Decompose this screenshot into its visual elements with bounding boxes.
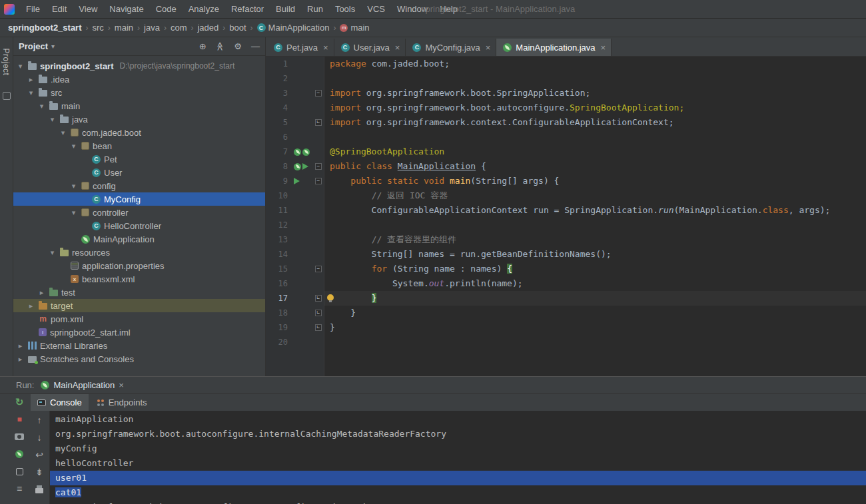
- line-number[interactable]: 2: [266, 71, 292, 86]
- breadcrumb-boot[interactable]: boot: [228, 23, 247, 33]
- chevron-down-icon[interactable]: ▾: [27, 89, 35, 97]
- breadcrumb-main[interactable]: mmain: [338, 23, 370, 33]
- chevron-down-icon[interactable]: ▾: [69, 208, 78, 217]
- code-line-20[interactable]: 20: [266, 335, 866, 350]
- fold-start-icon[interactable]: −: [315, 90, 322, 97]
- tree-item-target[interactable]: ▸target: [13, 299, 265, 312]
- tree-item-springboot2-start-iml[interactable]: Ispringboot2_start.iml: [13, 326, 265, 339]
- breadcrumb-com[interactable]: com: [169, 23, 189, 33]
- code-line-6[interactable]: 6: [266, 130, 866, 144]
- code-line-10[interactable]: 10 // 返回 IOC 容器: [266, 188, 866, 203]
- chevron-right-icon[interactable]: ▸: [16, 342, 25, 350]
- tree-item-main[interactable]: ▾main: [13, 99, 265, 113]
- chevron-down-icon[interactable]: ▾: [37, 102, 46, 111]
- line-number[interactable]: 7: [266, 144, 292, 159]
- layout-button[interactable]: [14, 466, 25, 477]
- menu-tools[interactable]: Tools: [329, 0, 361, 18]
- line-number[interactable]: 12: [266, 218, 292, 232]
- spring-bean-gutter-icon[interactable]: [302, 148, 310, 156]
- close-icon[interactable]: ×: [323, 43, 328, 53]
- tree-item-com-jaded-boot[interactable]: ▾com.jaded.boot: [13, 126, 265, 139]
- menu-navigate[interactable]: Navigate: [103, 0, 149, 18]
- code-line-11[interactable]: 11 ConfigurableApplicationContext run = …: [266, 203, 866, 218]
- collapse-all-icon[interactable]: ≪: [215, 42, 225, 51]
- close-icon[interactable]: ×: [395, 43, 400, 53]
- chevron-down-icon[interactable]: ▾: [16, 62, 25, 71]
- tree-item-springboot2-start[interactable]: ▾springboot2_startD:\project\java\spring…: [13, 59, 265, 73]
- line-number[interactable]: 19: [266, 320, 292, 335]
- soft-wrap-button[interactable]: ↩: [34, 449, 45, 460]
- locate-icon[interactable]: ⊕: [199, 41, 207, 51]
- line-number[interactable]: 10: [266, 188, 292, 203]
- code-line-15[interactable]: 15− for (String name : names) {: [266, 262, 866, 276]
- line-number[interactable]: 4: [266, 101, 292, 115]
- chevron-down-icon[interactable]: ▾: [59, 128, 67, 137]
- breadcrumb-mainapplication[interactable]: CMainApplication: [256, 23, 331, 33]
- fold-start-icon[interactable]: −: [315, 266, 322, 272]
- rerun-button[interactable]: ↻: [14, 397, 25, 407]
- tree-item-config[interactable]: ▾config: [13, 179, 265, 192]
- menu-run[interactable]: Run: [301, 0, 329, 18]
- chevron-down-icon[interactable]: ▾: [69, 142, 78, 150]
- code-line-18[interactable]: 18∟ }: [266, 306, 866, 320]
- breadcrumb-src[interactable]: src: [91, 23, 105, 33]
- editor-tab-mainapplication-java[interactable]: MainApplication.java×: [496, 39, 612, 56]
- chevron-down-icon[interactable]: ▾: [51, 43, 55, 50]
- line-number[interactable]: 8: [266, 159, 292, 174]
- menu-refactor[interactable]: Refactor: [225, 0, 270, 18]
- chevron-right-icon[interactable]: ▸: [27, 75, 35, 84]
- tree-item-pet[interactable]: CPet: [13, 152, 265, 166]
- thread-dump-button[interactable]: [14, 431, 25, 442]
- code-line-7[interactable]: 7@SpringBootApplication: [266, 144, 866, 159]
- code-line-17[interactable]: 17∟ }: [266, 291, 866, 306]
- menu-file[interactable]: File: [20, 0, 46, 18]
- hide-icon[interactable]: —: [251, 41, 260, 51]
- editor-tab-myconfig-java[interactable]: CMyConfig.java×: [406, 39, 496, 56]
- menu-view[interactable]: View: [73, 0, 103, 18]
- line-number[interactable]: 3: [266, 86, 292, 101]
- menu-code[interactable]: Code: [150, 0, 183, 18]
- line-number[interactable]: 17: [266, 291, 292, 306]
- tree-item-external-libraries[interactable]: ▸External Libraries: [13, 339, 265, 352]
- tree-item-bean[interactable]: ▾bean: [13, 139, 265, 152]
- tree-item-myconfig[interactable]: CMyConfig: [13, 192, 265, 206]
- editor-tab-user-java[interactable]: CUser.java×: [334, 39, 406, 56]
- code-line-2[interactable]: 2: [266, 71, 866, 86]
- line-number[interactable]: 5: [266, 115, 292, 130]
- fold-end-icon[interactable]: ∟: [315, 119, 322, 126]
- editor[interactable]: 1package com.jaded.boot;23−import org.sp…: [266, 57, 866, 376]
- code-line-3[interactable]: 3−import org.springframework.boot.Spring…: [266, 86, 866, 101]
- intention-bulb-icon[interactable]: [327, 294, 334, 301]
- line-number[interactable]: 20: [266, 335, 292, 350]
- chevron-down-icon[interactable]: ▾: [69, 182, 78, 190]
- tree-item-pom-xml[interactable]: mpom.xml: [13, 312, 265, 326]
- code-line-13[interactable]: 13 // 查看容器里的组件: [266, 232, 866, 247]
- tool-stripe-icon[interactable]: [3, 92, 11, 100]
- line-number[interactable]: 15: [266, 262, 292, 276]
- tree-item-controller[interactable]: ▾controller: [13, 206, 265, 219]
- tree-item-src[interactable]: ▾src: [13, 86, 265, 99]
- code-line-16[interactable]: 16 System.out.println(name);: [266, 276, 866, 291]
- menu-vcs[interactable]: VCS: [361, 0, 391, 18]
- tree-item-application-properties[interactable]: application.properties: [13, 259, 265, 272]
- code-line-14[interactable]: 14 String[] names = run.getBeanDefinitio…: [266, 247, 866, 262]
- line-number[interactable]: 16: [266, 276, 292, 291]
- fold-end-icon[interactable]: ∟: [315, 310, 322, 316]
- scroll-to-end-button[interactable]: ⇟: [34, 467, 45, 477]
- close-icon[interactable]: ×: [119, 380, 124, 390]
- spring-bean-gutter-icon[interactable]: [294, 148, 301, 156]
- line-number[interactable]: 14: [266, 247, 292, 262]
- breadcrumb-java[interactable]: java: [143, 23, 161, 33]
- run-config-tab[interactable]: MainApplication ×: [41, 380, 123, 390]
- chevron-right-icon[interactable]: ▸: [27, 302, 35, 310]
- breadcrumb-jaded[interactable]: jaded: [196, 23, 220, 33]
- line-number[interactable]: 11: [266, 203, 292, 218]
- code-line-1[interactable]: 1package com.jaded.boot;: [266, 57, 866, 71]
- tree-item-mainapplication[interactable]: MainApplication: [13, 232, 265, 246]
- tree-item-idea[interactable]: ▸.idea: [13, 73, 265, 86]
- code-line-9[interactable]: 9− public static void main(String[] args…: [266, 174, 866, 188]
- tree-item-user[interactable]: CUser: [13, 166, 265, 179]
- breadcrumb-main[interactable]: main: [113, 23, 135, 33]
- stop-button[interactable]: ■: [14, 414, 25, 425]
- menu-edit[interactable]: Edit: [46, 0, 73, 18]
